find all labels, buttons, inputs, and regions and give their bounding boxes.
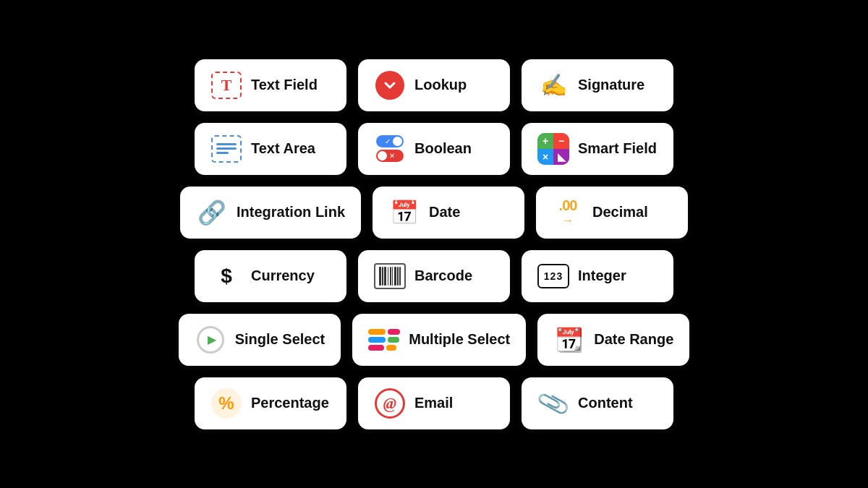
percentage-button[interactable]: % Percentage (195, 377, 346, 429)
integration-link-button[interactable]: 🔗 Integration Link (180, 187, 361, 239)
email-label: Email (414, 395, 453, 411)
integer-button[interactable]: 123 Integer (522, 250, 673, 302)
row-1: Text Area ✓ ✕ Boolean (195, 123, 673, 175)
content-label: Content (578, 395, 633, 411)
row-5: % Percentage @ Email 📎 Content (195, 377, 673, 429)
single-select-label: Single Select (235, 331, 326, 348)
boolean-icon: ✓ ✕ (374, 133, 406, 165)
daterange-icon: 📆 (553, 324, 585, 356)
text-field-button[interactable]: T Text Field (195, 59, 346, 111)
row-0: T Text Field Lookup ✍️ Signature (195, 59, 673, 111)
percentage-label: Percentage (251, 395, 329, 411)
single-select-button[interactable]: ▶ Single Select (179, 314, 341, 366)
singleselect-icon: ▶ (195, 324, 226, 356)
smart-field-button[interactable]: + − × ◣ Smart Field (522, 123, 673, 175)
smart-field-label: Smart Field (578, 140, 657, 157)
signature-label: Signature (578, 77, 644, 93)
date-range-button[interactable]: 📆 Date Range (537, 314, 689, 366)
content-icon: 📎 (537, 388, 569, 419)
barcode-label: Barcode (414, 267, 472, 284)
integration-link-label: Integration Link (237, 204, 345, 221)
currency-label: Currency (251, 267, 315, 284)
integer-icon: 123 (537, 260, 569, 292)
percentage-icon: % (210, 388, 242, 419)
textfield-icon: T (210, 69, 242, 101)
decimal-button[interactable]: .00 → Decimal (536, 187, 688, 239)
row-4: ▶ Single Select (179, 314, 690, 366)
row-2: 🔗 Integration Link 📅 Date .00 → Decimal (180, 187, 688, 239)
decimal-icon: .00 → (552, 197, 584, 228)
date-range-label: Date Range (594, 331, 673, 348)
multiselect-icon (368, 324, 400, 356)
currency-button[interactable]: $ Currency (195, 250, 346, 302)
boolean-button[interactable]: ✓ ✕ Boolean (358, 123, 510, 175)
currency-icon: $ (210, 260, 242, 292)
multiple-select-button[interactable]: Multiple Select (352, 314, 526, 366)
signature-icon: ✍️ (537, 69, 569, 101)
link-icon: 🔗 (196, 197, 228, 228)
barcode-button[interactable]: Barcode (358, 250, 510, 302)
text-area-label: Text Area (251, 140, 315, 157)
date-icon: 📅 (388, 197, 420, 228)
date-button[interactable]: 📅 Date (373, 187, 524, 239)
row-3: $ Currency Barcode (195, 250, 673, 302)
integer-label: Integer (578, 267, 626, 284)
email-icon: @ (374, 388, 406, 419)
lookup-label: Lookup (414, 77, 467, 93)
signature-button[interactable]: ✍️ Signature (522, 59, 673, 111)
lookup-button[interactable]: Lookup (358, 59, 510, 111)
field-type-grid: T Text Field Lookup ✍️ Signature (179, 59, 690, 429)
text-field-label: Text Field (251, 77, 318, 93)
decimal-label: Decimal (592, 204, 648, 221)
boolean-label: Boolean (414, 140, 472, 157)
text-area-button[interactable]: Text Area (195, 123, 346, 175)
date-label: Date (429, 204, 460, 221)
content-button[interactable]: 📎 Content (522, 377, 673, 429)
email-button[interactable]: @ Email (358, 377, 510, 429)
lookup-icon (374, 69, 406, 101)
smartfield-icon: + − × ◣ (537, 133, 569, 165)
multiple-select-label: Multiple Select (409, 331, 510, 348)
barcode-icon (374, 260, 406, 292)
textarea-icon (210, 133, 242, 165)
